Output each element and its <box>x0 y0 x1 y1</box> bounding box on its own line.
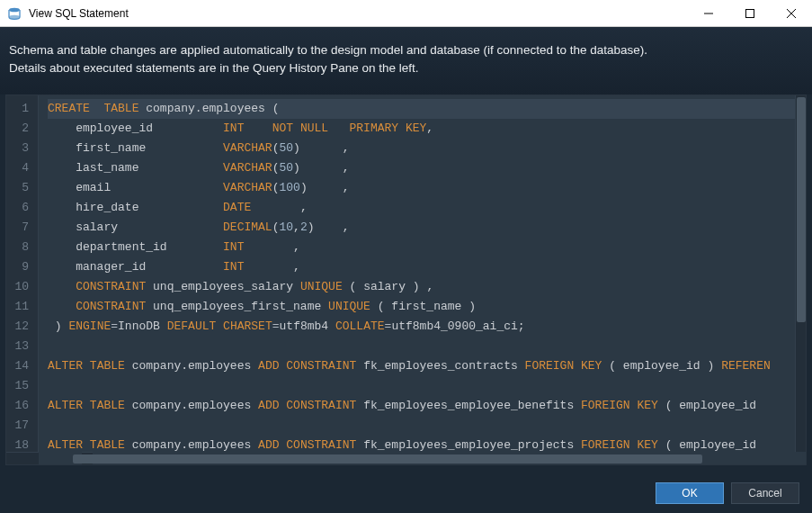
description-line2: Details about executed statements are in… <box>9 59 803 77</box>
svg-rect-3 <box>746 9 754 17</box>
maximize-button[interactable] <box>729 0 771 27</box>
code-line[interactable]: salary DECIMAL(10,2) , <box>48 218 795 238</box>
code-line[interactable]: manager_id INT , <box>48 257 795 277</box>
code-line[interactable]: last_name VARCHAR(50) , <box>48 158 795 178</box>
line-number-gutter: 123456789101112131415161718 <box>6 95 39 452</box>
window-title: View SQL Statement <box>29 7 688 20</box>
sql-editor: 123456789101112131415161718 CREATE TABLE… <box>5 94 807 465</box>
code-line[interactable]: ALTER TABLE company.employees ADD CONSTR… <box>48 396 795 416</box>
code-line[interactable] <box>48 337 795 356</box>
code-line[interactable]: hire_date DATE , <box>48 198 795 218</box>
cancel-button[interactable]: Cancel <box>731 482 799 504</box>
code-line[interactable]: CREATE TABLE company.employees ( <box>48 99 795 119</box>
code-line[interactable]: ALTER TABLE company.employees ADD CONSTR… <box>48 436 795 452</box>
dialog-footer: OK Cancel <box>0 473 812 513</box>
vertical-scroll-thumb[interactable] <box>797 97 806 322</box>
code-line[interactable]: ) ENGINE=InnoDB DEFAULT CHARSET=utf8mb4 … <box>48 317 795 337</box>
description-line1: Schema and table changes are applied aut… <box>9 41 803 59</box>
minimize-button[interactable] <box>688 0 729 27</box>
code-line[interactable]: CONSTRAINT unq_employees_first_name UNIQ… <box>48 297 795 317</box>
code-line[interactable] <box>48 376 795 396</box>
code-line[interactable]: email VARCHAR(100) , <box>48 178 795 198</box>
horizontal-scroll-thumb[interactable] <box>73 454 702 464</box>
code-line[interactable]: CONSTRAINT unq_employees_salary UNIQUE (… <box>48 277 795 297</box>
code-line[interactable] <box>48 416 795 436</box>
code-line[interactable]: first_name VARCHAR(50) , <box>48 139 795 158</box>
code-line[interactable]: department_id INT , <box>48 238 795 257</box>
svg-point-1 <box>9 14 20 19</box>
close-button[interactable] <box>771 0 812 27</box>
app-icon <box>7 6 22 21</box>
titlebar: View SQL Statement <box>0 0 812 27</box>
ok-button[interactable]: OK <box>656 482 724 504</box>
description-panel: Schema and table changes are applied aut… <box>0 27 812 94</box>
vertical-scrollbar[interactable] <box>795 95 806 452</box>
svg-point-0 <box>9 7 20 12</box>
code-area[interactable]: CREATE TABLE company.employees ( employe… <box>39 95 795 452</box>
code-line[interactable]: employee_id INT NOT NULL PRIMARY KEY, <box>48 119 795 139</box>
code-line[interactable]: ALTER TABLE company.employees ADD CONSTR… <box>48 356 795 376</box>
